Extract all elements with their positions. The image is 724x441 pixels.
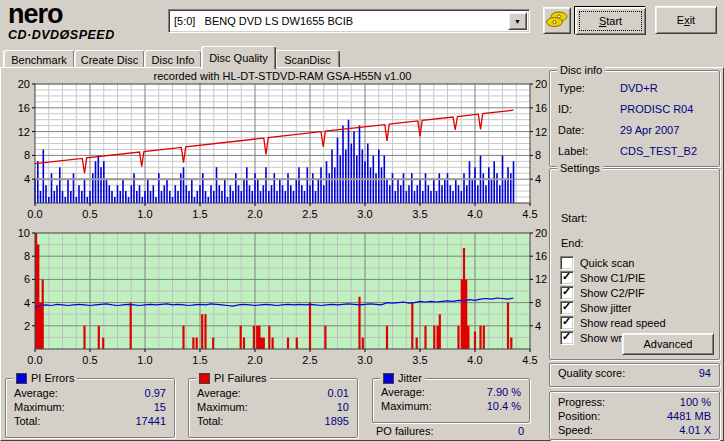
svg-text:20: 20 <box>18 78 30 90</box>
total-label: Total: <box>14 415 40 427</box>
svg-text:8: 8 <box>535 297 541 309</box>
po-failures-label: PO failures: <box>376 425 433 437</box>
pi-failures-average-value: 0.01 <box>328 387 349 399</box>
disc-info-group: Disc info Type: DVD+R ID: PRODISC R04 Da… <box>549 70 720 167</box>
settings-title: Settings <box>560 162 600 174</box>
svg-text:12: 12 <box>535 273 547 285</box>
svg-text:1.0: 1.0 <box>137 208 152 220</box>
pi-errors-title: PI Errors <box>31 372 74 384</box>
svg-text:2.5: 2.5 <box>302 208 317 220</box>
svg-text:1.0: 1.0 <box>137 354 152 366</box>
drive-select[interactable]: [5:0] BENQ DVD LS DW1655 BCIB ▼ <box>168 9 530 33</box>
nero-logo-text: nero <box>8 1 158 28</box>
checkbox-box[interactable] <box>560 331 574 345</box>
svg-text:4.5: 4.5 <box>522 208 537 220</box>
advanced-button[interactable]: Advanced <box>622 333 714 355</box>
svg-text:1.5: 1.5 <box>192 208 207 220</box>
chevron-down-icon[interactable]: ▼ <box>508 12 527 30</box>
jitter-title: Jitter <box>398 372 422 384</box>
quality-score-value: 94 <box>699 367 711 379</box>
average-label: Average: <box>197 387 241 399</box>
disc-type-value: DVD+R <box>620 82 658 94</box>
pi-failures-stats-box: PI Failures Average:0.01 Maximum:10 Tota… <box>188 378 358 438</box>
svg-text:4: 4 <box>535 173 541 185</box>
pi-failures-legend-swatch <box>199 373 210 384</box>
cd-dvd-speed-logo-text: CD·DVDØSPEED <box>8 29 158 42</box>
start-button[interactable]: Start <box>574 6 645 34</box>
checkbox-show-jitter[interactable]: Show jitter <box>560 301 631 314</box>
checkbox-box[interactable] <box>560 301 574 315</box>
svg-text:16: 16 <box>535 250 547 262</box>
maximum-label: Maximum: <box>197 401 248 413</box>
svg-text:2.0: 2.0 <box>247 208 262 220</box>
position-value: 4481 MB <box>667 410 711 422</box>
svg-text:1.5: 1.5 <box>192 354 207 366</box>
date-label: Date: <box>558 124 584 136</box>
tab-disc-quality[interactable]: Disc Quality <box>201 46 276 69</box>
jitter-average-value: 7.90 % <box>487 386 521 398</box>
svg-text:12: 12 <box>18 126 30 138</box>
svg-text:8: 8 <box>24 250 30 262</box>
average-label: Average: <box>14 387 58 399</box>
total-label: Total: <box>197 415 223 427</box>
checkbox-quick-scan[interactable]: Quick scan <box>560 256 634 269</box>
pi-failures-title: PI Failures <box>214 372 267 384</box>
average-label: Average: <box>381 386 425 398</box>
eject-disc-button[interactable] <box>543 7 571 34</box>
pi-failures-total-value: 1895 <box>325 415 349 427</box>
svg-text:4: 4 <box>24 297 30 309</box>
svg-text:0.5: 0.5 <box>82 208 97 220</box>
pi-failures-jitter-chart: 246810481216200.00.51.01.52.02.53.03.54.… <box>0 227 548 370</box>
svg-text:6: 6 <box>24 273 30 285</box>
checkbox-show-c1-pie[interactable]: Show C1/PIE <box>560 271 645 284</box>
svg-text:10: 10 <box>18 227 30 239</box>
pi-errors-total-value: 17441 <box>135 415 166 427</box>
drive-select-value: [5:0] BENQ DVD LS DW1655 BCIB <box>169 15 508 27</box>
nero-logo: nero CD·DVDØSPEED <box>8 1 158 42</box>
checkbox-box[interactable] <box>560 271 574 285</box>
svg-text:0.5: 0.5 <box>82 354 97 366</box>
svg-text:3.0: 3.0 <box>357 208 372 220</box>
svg-text:16: 16 <box>18 102 30 114</box>
jitter-legend-swatch <box>383 373 394 384</box>
pi-errors-stats-box: PI Errors Average:0.97 Maximum:15 Total:… <box>5 378 175 438</box>
svg-text:2.5: 2.5 <box>302 354 317 366</box>
svg-text:3.5: 3.5 <box>412 354 427 366</box>
disc-info-title: Disc info <box>560 64 602 76</box>
end-mb-label: End: <box>561 237 584 249</box>
start-button-label: S <box>599 15 606 27</box>
svg-text:3.0: 3.0 <box>357 354 372 366</box>
progress-box: Progress:100 % Position:4481 MB Speed:4.… <box>549 391 720 440</box>
quality-score-label: Quality score: <box>558 367 625 379</box>
checkbox-show-read-speed[interactable]: Show read speed <box>560 316 666 329</box>
pi-errors-chart: 48121620481216200.00.51.01.52.02.53.03.5… <box>0 78 548 224</box>
start-mb-label: Start: <box>561 212 587 224</box>
advanced-button-label: Advanced <box>644 338 693 350</box>
exit-button[interactable]: Exit <box>655 6 717 34</box>
maximum-label: Maximum: <box>14 401 65 413</box>
checkbox-box[interactable] <box>560 316 574 330</box>
svg-text:8: 8 <box>24 149 30 161</box>
svg-text:0.0: 0.0 <box>27 354 42 366</box>
speed-value: 4.01 X <box>679 424 711 436</box>
svg-text:8: 8 <box>535 149 541 161</box>
svg-text:4.5: 4.5 <box>522 354 537 366</box>
checkbox-box[interactable] <box>560 286 574 300</box>
position-label: Position: <box>558 410 600 422</box>
quality-score-box: Quality score: 94 <box>549 363 720 387</box>
po-failures-value: 0 <box>518 425 524 437</box>
svg-text:4: 4 <box>535 320 541 332</box>
svg-text:2: 2 <box>24 320 30 332</box>
checkbox-label: Quick scan <box>580 257 634 269</box>
jitter-maximum-value: 10.4 % <box>487 400 521 412</box>
checkbox-label: Show read speed <box>580 317 666 329</box>
checkbox-box[interactable] <box>560 256 574 270</box>
nero-cd-dvd-speed-window: { "header": { "logo_line1": "nero", "log… <box>0 0 724 441</box>
disc-label-value: CDS_TEST_B2 <box>620 145 697 157</box>
pi-errors-average-value: 0.97 <box>145 387 166 399</box>
disc-id-value: PRODISC R04 <box>620 103 693 115</box>
svg-text:0.0: 0.0 <box>27 208 42 220</box>
svg-text:3.5: 3.5 <box>412 208 427 220</box>
checkbox-show-c2-pif[interactable]: Show C2/PIF <box>560 286 645 299</box>
checkbox-label: Show jitter <box>580 302 631 314</box>
